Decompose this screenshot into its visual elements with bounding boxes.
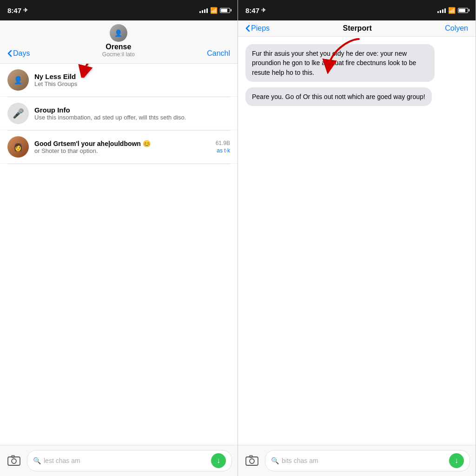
list-item-3-meta2: as t·k	[217, 147, 230, 154]
left-battery-icon	[220, 8, 230, 13]
left-panel: 8:47 ✈ 📶 Days 👤	[0, 0, 238, 476]
chat-bubble-1-text: Fur thir asuis your shet you oldy he der…	[252, 50, 416, 76]
list-item-3-name: Good Grtsem'l your ahe|ouldbown 😊	[34, 140, 216, 147]
right-bottom-bar: 🔍 bits chas am ↓	[238, 445, 476, 476]
left-nav-title: Orense	[106, 43, 131, 51]
svg-rect-2	[12, 456, 14, 457]
left-wifi-icon: 📶	[210, 7, 218, 14]
left-list: 👤 Ny Less Eild Let This Groups 🎤	[0, 64, 238, 445]
left-send-button[interactable]: ↓	[211, 453, 226, 468]
avatar-group-info: 🎤	[7, 103, 29, 124]
svg-rect-3	[246, 457, 258, 465]
right-status-right: 📶	[437, 7, 468, 14]
list-item-3-meta: 61.9B as t·k	[216, 140, 230, 154]
left-search-input[interactable]: 🔍 lest chas am ↓	[27, 450, 232, 471]
chat-bubble-2-text: Peare you. Go of Or this out nott which …	[252, 93, 425, 100]
list-item-2[interactable]: 🎤 Group Info Use this insombation, ad st…	[0, 97, 238, 130]
left-back-button[interactable]: Days	[7, 49, 30, 58]
right-search-input[interactable]: 🔍 bits chas am ↓	[265, 450, 470, 471]
list-item-1-name: Ny Less Eild	[34, 73, 230, 80]
svg-rect-0	[8, 457, 20, 465]
avatar-good-grtsem: 👩	[7, 136, 29, 158]
svg-point-4	[250, 459, 254, 463]
left-search-text: lest chas am	[44, 457, 208, 464]
chat-area: Fur thir asuis your shet you oldy he der…	[238, 37, 476, 445]
list-item-3-badge: 61.9B	[216, 140, 230, 146]
left-nav-action[interactable]: Canchl	[207, 49, 230, 58]
right-nav-bar: Pieps Sterport Colyen	[238, 20, 476, 37]
right-time: 8:47	[245, 7, 259, 14]
right-nav-center: Sterport	[343, 24, 371, 33]
left-nav-subtitle: Gocme:il lato	[102, 51, 135, 58]
list-item-3-msg: or Shoter to thar option.	[34, 147, 216, 154]
right-nav-action[interactable]: Colyen	[445, 24, 468, 33]
left-status-left: 8:47 ✈	[7, 7, 28, 14]
right-nav-title: Sterport	[343, 24, 371, 33]
left-search-icon: 🔍	[33, 457, 41, 464]
left-location-icon: ✈	[23, 7, 28, 13]
right-status-left: 8:47 ✈	[245, 7, 266, 14]
right-panel: 8:47 ✈ 📶 Pieps Sterport Colyen	[238, 0, 476, 476]
right-status-bar: 8:47 ✈ 📶	[238, 0, 476, 20]
list-item-3-content: Good Grtsem'l your ahe|ouldbown 😊 or Sho…	[34, 140, 216, 154]
right-back-button[interactable]: Pieps	[245, 24, 270, 33]
right-wifi-icon: 📶	[448, 7, 456, 14]
list-item-1-msg: Let This Groups	[34, 80, 230, 87]
avatar-ny-less-eild: 👤	[7, 69, 29, 91]
list-item-2-msg: Use this insombation, ad sted up offer, …	[34, 114, 230, 121]
left-nav-avatar: 👤	[110, 24, 127, 42]
list-item-1-content: Ny Less Eild Let This Groups	[34, 73, 230, 87]
right-search-icon: 🔍	[271, 457, 279, 464]
list-item-1[interactable]: 👤 Ny Less Eild Let This Groups	[0, 64, 238, 97]
right-search-text: bits chas am	[282, 457, 446, 464]
right-back-label: Pieps	[251, 24, 270, 33]
right-send-button[interactable]: ↓	[449, 453, 464, 468]
list-item-2-content: Group Info Use this insombation, ad sted…	[34, 106, 230, 121]
left-signal-icon	[199, 7, 208, 13]
left-camera-button[interactable]	[6, 452, 22, 469]
left-nav-bar: Days 👤 Orense Gocme:il lato Canchl	[0, 20, 238, 64]
right-camera-button[interactable]	[244, 452, 260, 469]
right-location-icon: ✈	[261, 7, 266, 13]
left-time: 8:47	[7, 7, 21, 14]
right-signal-icon	[437, 7, 446, 13]
left-bottom-bar: 🔍 lest chas am ↓	[0, 445, 238, 476]
left-status-right: 📶	[199, 7, 230, 14]
svg-rect-5	[250, 456, 252, 457]
list-item-2-name: Group Info	[34, 106, 230, 114]
chat-bubble-2: Peare you. Go of Or this out nott which …	[245, 87, 432, 106]
list-item-3[interactable]: 👩 Good Grtsem'l your ahe|ouldbown 😊 or S…	[0, 131, 238, 164]
right-battery-icon	[458, 8, 468, 13]
divider-3	[7, 164, 230, 164]
svg-point-1	[12, 459, 16, 463]
left-nav-center: 👤 Orense Gocme:il lato	[102, 24, 135, 58]
left-back-label: Days	[13, 49, 30, 58]
chat-bubble-1: Fur thir asuis your shet you oldy he der…	[245, 44, 435, 82]
left-status-bar: 8:47 ✈ 📶	[0, 0, 238, 20]
